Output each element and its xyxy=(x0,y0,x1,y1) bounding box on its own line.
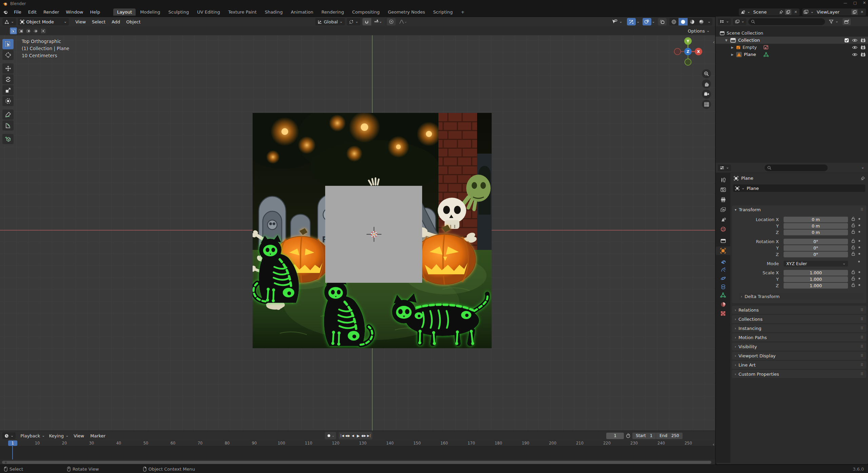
lock-open-icon[interactable] xyxy=(851,223,855,228)
panel-collections[interactable]: ›Collections xyxy=(732,315,866,323)
tool-add-primitive[interactable] xyxy=(2,134,14,144)
minimize-button[interactable]: — xyxy=(843,1,847,5)
expand-caret-icon[interactable]: ▶ xyxy=(731,46,734,49)
start-frame-field[interactable]: Start 1 xyxy=(632,433,656,438)
xray-toggle[interactable] xyxy=(658,18,667,25)
navigation-gizmo[interactable]: Y X Z xyxy=(672,36,704,67)
previous-keyframe-button[interactable]: ◀◆ xyxy=(345,433,350,439)
outliner-display-mode-button[interactable] xyxy=(718,18,731,25)
tab-object[interactable] xyxy=(716,247,730,255)
tab-shading[interactable]: Shading xyxy=(261,8,287,16)
play-button[interactable]: ▶ xyxy=(356,433,361,439)
tab-particles[interactable] xyxy=(716,265,730,274)
current-frame-indicator[interactable]: 1 xyxy=(8,440,17,446)
tool-annotate[interactable] xyxy=(2,110,14,120)
current-frame-field[interactable]: 1 xyxy=(606,433,624,439)
tab-animation[interactable]: Animation xyxy=(287,8,317,16)
animate-dot[interactable] xyxy=(859,240,860,242)
lock-open-icon[interactable] xyxy=(851,217,855,221)
animate-dot[interactable] xyxy=(859,218,860,220)
rotation-y-field[interactable]: 0° xyxy=(784,245,848,251)
panel-grip-icon[interactable] xyxy=(861,317,864,321)
tool-scale[interactable] xyxy=(2,85,14,95)
tab-rendering[interactable]: Rendering xyxy=(318,8,348,16)
viewport-menu-add[interactable]: Add xyxy=(108,19,123,25)
proportional-editing-toggle[interactable] xyxy=(387,18,396,25)
panel-custom-properties[interactable]: ›Custom Properties xyxy=(732,370,866,378)
scene-selector[interactable]: Scene ✕ xyxy=(739,8,800,16)
zoom-button[interactable] xyxy=(702,69,711,78)
record-button[interactable] xyxy=(326,433,331,439)
checkbox-checked-icon[interactable] xyxy=(844,38,849,43)
show-gizmo-toggle[interactable] xyxy=(627,18,636,25)
gizmo-chevron[interactable] xyxy=(636,19,639,24)
select-mode-circle[interactable] xyxy=(25,27,32,34)
menu-edit[interactable]: Edit xyxy=(25,8,40,16)
view-layer-selector[interactable]: ViewLayer ✕ xyxy=(802,8,866,16)
tab-scripting[interactable]: Scripting xyxy=(430,8,457,16)
panel-grip-icon[interactable] xyxy=(861,308,864,312)
object-name-field[interactable]: Plane xyxy=(733,184,865,192)
transform-orientation-dropdown[interactable]: Global xyxy=(315,18,345,25)
panel-grip-icon[interactable] xyxy=(861,344,864,349)
lock-open-icon[interactable] xyxy=(851,239,855,243)
tool-transform[interactable] xyxy=(2,96,14,106)
shading-rendered-button[interactable] xyxy=(697,18,706,25)
tab-compositing[interactable]: Compositing xyxy=(348,8,383,16)
location-z-field[interactable]: 0 m xyxy=(784,230,848,235)
play-reverse-button[interactable]: ◀ xyxy=(350,433,355,439)
panel-grip-icon[interactable] xyxy=(861,372,864,376)
timeline-menu-view[interactable]: View xyxy=(71,433,87,439)
new-collection-button[interactable] xyxy=(843,18,851,25)
menu-window[interactable]: Window xyxy=(62,8,86,16)
options-dropdown[interactable]: Options xyxy=(686,27,712,35)
tab-view-layer[interactable] xyxy=(716,205,730,214)
properties-search-field[interactable] xyxy=(765,164,828,171)
pin-id-icon[interactable] xyxy=(861,176,865,181)
tab-output[interactable] xyxy=(716,195,730,204)
menu-help[interactable]: Help xyxy=(87,8,104,16)
panel-line-art[interactable]: ›Line Art xyxy=(732,361,866,369)
pin-icon[interactable] xyxy=(779,10,783,14)
overlays-chevron[interactable] xyxy=(652,19,655,24)
keying-menu[interactable]: Keying xyxy=(47,432,71,439)
add-workspace-button[interactable]: + xyxy=(457,8,468,16)
viewport-canvas[interactable]: RIP RIP xyxy=(0,35,715,431)
pivot-point-dropdown[interactable] xyxy=(347,18,360,25)
panel-grip-icon[interactable] xyxy=(861,208,864,212)
lock-open-icon[interactable] xyxy=(851,245,855,250)
viewport-menu-object[interactable]: Object xyxy=(123,19,143,25)
expand-caret-icon[interactable]: ▼ xyxy=(725,39,728,42)
editor-type-button[interactable] xyxy=(2,18,16,25)
tool-cursor[interactable] xyxy=(2,50,14,60)
tab-texture-paint[interactable]: Texture Paint xyxy=(224,8,260,16)
rotation-x-field[interactable]: 0° xyxy=(784,239,848,244)
outliner-row-plane[interactable]: ▶ Plane xyxy=(716,51,868,58)
camera-view-button[interactable] xyxy=(702,90,711,99)
record-chevron[interactable] xyxy=(332,433,335,438)
close-button[interactable]: ✕ xyxy=(863,1,866,5)
unlink-scene-button[interactable]: ✕ xyxy=(793,10,798,14)
playback-menu[interactable]: Playback xyxy=(18,432,47,439)
outliner-row-scene-collection[interactable]: Scene Collection xyxy=(716,29,868,37)
snap-toggle[interactable] xyxy=(362,18,371,25)
mode-dropdown[interactable]: Object Mode xyxy=(18,18,69,25)
delta-transform-subpanel[interactable]: › Delta Transform xyxy=(739,293,864,300)
playhead-line[interactable] xyxy=(12,446,13,459)
disable-in-render-camera-icon[interactable] xyxy=(861,53,866,57)
tab-material[interactable] xyxy=(716,300,730,309)
tab-scene[interactable] xyxy=(716,215,730,223)
tab-modifiers[interactable] xyxy=(716,257,730,265)
scale-z-field[interactable]: 1.000 xyxy=(784,283,848,289)
tool-rotate[interactable] xyxy=(2,74,14,84)
outliner-row-collection[interactable]: ▼ Collection xyxy=(716,37,868,44)
rotation-z-field[interactable]: 0° xyxy=(784,252,848,257)
tab-texture[interactable] xyxy=(716,309,730,318)
jump-to-start-button[interactable]: ⏐◀ xyxy=(339,433,344,439)
pan-button[interactable] xyxy=(702,79,711,88)
panel-grip-icon[interactable] xyxy=(861,335,864,340)
animate-dot[interactable] xyxy=(859,271,860,273)
next-keyframe-button[interactable]: ◆▶ xyxy=(361,433,366,439)
shading-solid-button[interactable] xyxy=(678,18,688,25)
maximize-button[interactable]: ▢ xyxy=(853,1,856,5)
